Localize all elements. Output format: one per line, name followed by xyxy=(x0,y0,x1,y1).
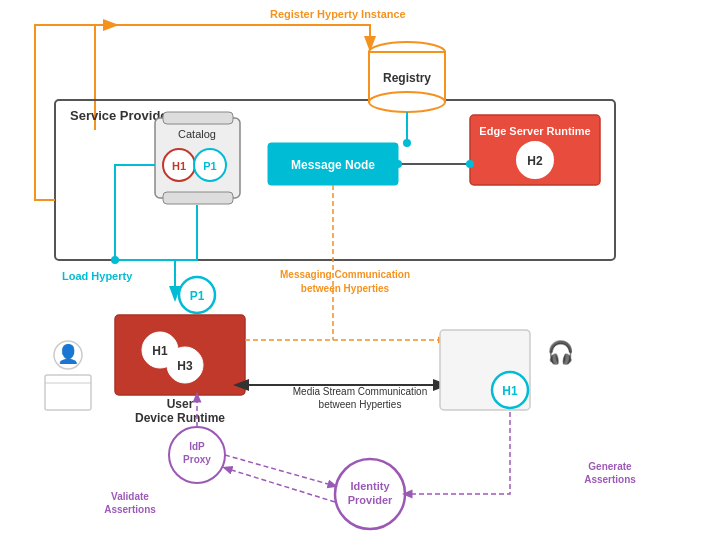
svg-rect-7 xyxy=(163,112,233,124)
svg-text:🎧: 🎧 xyxy=(547,339,575,366)
generate-assertions-label: Generate xyxy=(588,461,632,472)
edge-server-label: Edge Server Runtime xyxy=(479,125,590,137)
svg-point-16 xyxy=(466,160,474,168)
catalog-h1: H1 xyxy=(172,160,186,172)
svg-text:👤: 👤 xyxy=(57,343,80,365)
message-node-label: Message Node xyxy=(291,158,375,172)
messaging-comm-label2: between Hyperties xyxy=(301,283,390,294)
user-device-label2: Device Runtime xyxy=(135,411,225,425)
svg-rect-8 xyxy=(163,192,233,204)
idp-proxy-label2: Proxy xyxy=(183,454,211,465)
registry-label: Registry xyxy=(383,71,431,85)
messaging-comm-label: Messaging Communication xyxy=(280,269,410,280)
load-hyperty-label: Load Hyperty xyxy=(62,270,133,282)
media-stream-label2: between Hyperties xyxy=(319,399,402,410)
identity-provider-label: Identity xyxy=(350,480,390,492)
svg-point-34 xyxy=(111,256,119,264)
user-device-label: User xyxy=(167,397,194,411)
idp-proxy-label: IdP xyxy=(189,441,205,452)
register-hyperty-label: Register Hyperty Instance xyxy=(270,8,406,20)
svg-rect-25 xyxy=(45,375,91,410)
validate-assertions-label2: Assertions xyxy=(104,504,156,515)
edge-h2: H2 xyxy=(527,154,543,168)
p1-above-device: P1 xyxy=(190,289,205,303)
media-stream-label: Media Stream Communication xyxy=(293,386,428,397)
device-h3: H3 xyxy=(177,359,193,373)
svg-point-5 xyxy=(369,92,445,112)
validate-assertions-label: Validate xyxy=(111,491,149,502)
catalog-p1: P1 xyxy=(203,160,216,172)
svg-point-15 xyxy=(394,160,402,168)
generate-assertions-label2: Assertions xyxy=(584,474,636,485)
device-h1: H1 xyxy=(152,344,168,358)
diagram-container: Register Hyperty Instance Service Provid… xyxy=(0,0,701,553)
svg-point-18 xyxy=(403,139,411,147)
catalog-label: Catalog xyxy=(178,128,216,140)
remote-h1: H1 xyxy=(502,384,518,398)
identity-provider-label2: Provider xyxy=(348,494,393,506)
